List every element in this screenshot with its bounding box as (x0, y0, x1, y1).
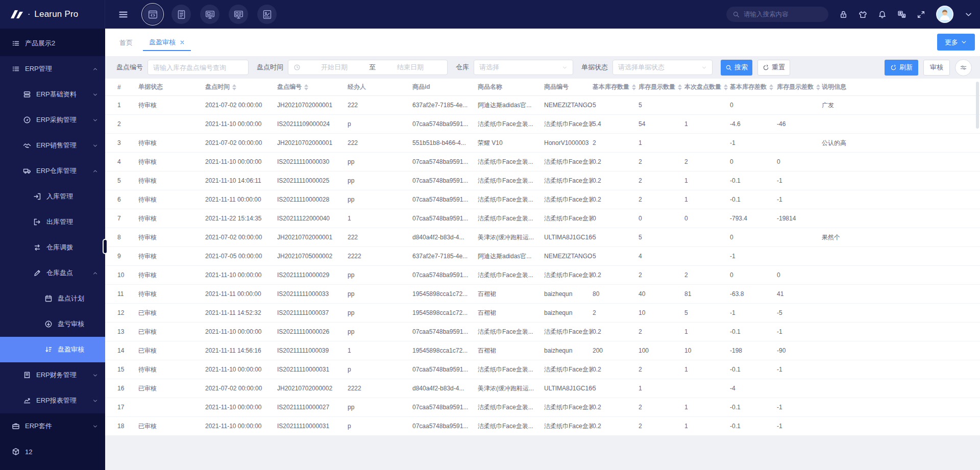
cell-商品id: 07caa5748ba9591... (412, 404, 478, 411)
cell-经办人: 222 (348, 234, 412, 241)
table-row-8[interactable]: 8待审核2021-07-02 00:00:00JH202107020000012… (105, 228, 980, 247)
table-row-2[interactable]: 22021-11-10 00:00:00IS20211109000024p07c… (105, 115, 980, 134)
table-row-13[interactable]: 13已审核2021-11-10 00:00:00IS20211110000026… (105, 323, 980, 341)
sidebar-item-12[interactable]: 盘亏审核 (0, 311, 105, 337)
avatar[interactable] (936, 6, 953, 23)
lock-icon[interactable] (839, 10, 848, 19)
column-header-11[interactable]: 本次盘点数量 (684, 83, 730, 91)
table-row-11[interactable]: 11待审核2021-11-11 00:00:00IS20211111000033… (105, 285, 980, 304)
cell-商品名称: 百褶裙 (478, 347, 544, 355)
close-icon[interactable] (180, 40, 185, 45)
app-board-icon[interactable] (227, 3, 250, 26)
theme-shirt-icon[interactable] (859, 10, 867, 19)
warehouse-select[interactable]: 请选择 (474, 60, 573, 75)
table-row-4[interactable]: 4待审核2021-11-10 00:00:00IS20211110000030p… (105, 153, 980, 171)
app-form-icon[interactable] (170, 3, 192, 26)
sort-caret-icon[interactable] (632, 84, 636, 90)
sort-caret-icon[interactable] (816, 84, 820, 90)
cell-基本库存差数: 0 (730, 158, 777, 165)
app-report-icon[interactable] (256, 3, 278, 26)
cell-本次盘点数量: 1 (684, 196, 730, 203)
table-actions: 刷新 审核 (885, 59, 980, 76)
audit-button[interactable]: 审核 (923, 60, 950, 76)
sidebar-item-10[interactable]: 仓库盘点 (0, 260, 105, 286)
translate-icon[interactable] (897, 10, 906, 19)
app-monitor-icon[interactable] (199, 3, 221, 26)
refresh-icon (890, 64, 897, 71)
table-row-6[interactable]: 6待审核2021-11-11 00:00:00IS20211110000028p… (105, 190, 980, 209)
sort-caret-icon[interactable] (678, 84, 682, 90)
table-row-7[interactable]: 7待审核2021-11-22 15:14:35IS202111220000401… (105, 209, 980, 228)
sidebar-item-8[interactable]: 出库管理 (0, 209, 105, 235)
app-code-window-icon[interactable] (141, 3, 164, 26)
sidebar-resize-handle[interactable] (103, 239, 108, 254)
cell-#: 18 (117, 423, 138, 430)
table-row-14[interactable]: 14已审核2021-11-11 14:56:16IS20211111000039… (105, 341, 980, 360)
cell-基本库存差数: -4.6 (730, 120, 777, 128)
sidebar-item-9[interactable]: 仓库调拨 (0, 235, 105, 260)
table-row-1[interactable]: 1待审核2021-07-02 00:00:00JH202107020000012… (105, 96, 980, 115)
sort-caret-icon[interactable] (724, 84, 728, 90)
table-row-10[interactable]: 10待审核2021-11-10 00:00:00IS20211110000029… (105, 266, 980, 285)
tab-home[interactable]: 首页 (119, 34, 133, 51)
reset-button[interactable]: 重置 (757, 60, 790, 76)
sidebar-item-1[interactable]: 产品展示2 (0, 31, 105, 56)
sidebar-item-7[interactable]: 入库管理 (0, 184, 105, 209)
cell-#: 11 (117, 290, 138, 298)
table-row-5[interactable]: 5待审核2021-11-10 14:06:11IS20211110000025p… (105, 171, 980, 190)
sidebar-item-5[interactable]: ERP销售管理 (0, 133, 105, 158)
column-header-12[interactable]: 基本库存差数 (730, 83, 777, 91)
tab-inventory-gain-audit[interactable]: 盘盈审核 (143, 34, 191, 51)
code-filter-input[interactable] (148, 60, 249, 75)
cell-商品编号: 洁柔纸巾Face盒装... (544, 403, 593, 412)
end-date-placeholder[interactable]: 结束日期 (379, 63, 442, 72)
column-header-4[interactable]: 盘点编号 (277, 83, 348, 91)
sidebar-item-16[interactable]: ERP套件 (0, 413, 105, 439)
column-header-13[interactable]: 库存显示差数 (777, 83, 822, 91)
cell-盘点编号: IS20211111000037 (277, 309, 348, 316)
sidebar-item-14[interactable]: ERP财务管理 (0, 362, 105, 388)
global-search-input[interactable]: 请输入搜索内容 (726, 7, 828, 22)
column-header-label: # (117, 84, 121, 91)
table-row-9[interactable]: 9待审核2021-07-05 00:00:00JH202107050000022… (105, 247, 980, 266)
sidebar-toggle-icon[interactable] (118, 10, 128, 19)
more-button[interactable]: 更多 (937, 34, 975, 51)
table-row-12[interactable]: 12已审核2021-11-11 14:52:32IS20211111000037… (105, 304, 980, 323)
cell-基本库存数量: 0.2 (593, 177, 639, 184)
column-header-10[interactable]: 库存显示数量 (639, 83, 684, 91)
refresh-button[interactable]: 刷新 (885, 60, 918, 76)
fullscreen-icon[interactable] (917, 10, 925, 19)
column-header-9[interactable]: 基本库存数量 (593, 83, 639, 91)
chevron-down-icon[interactable] (964, 10, 973, 19)
sidebar-item-3[interactable]: ERP基础资料 (0, 82, 105, 107)
table-row-17[interactable]: 172021-11-10 00:00:00IS20211110000027pp0… (105, 398, 980, 417)
sidebar-item-15[interactable]: ERP报表管理 (0, 388, 105, 413)
scrollbar-thumb[interactable] (976, 82, 979, 129)
cell-商品名称: 洁柔纸巾Face盒装... (478, 328, 544, 336)
table-row-15[interactable]: 15待审核2021-11-10 00:00:00IS20211110000031… (105, 360, 980, 379)
sort-caret-icon[interactable] (232, 84, 236, 90)
sidebar-item-11[interactable]: 盘点计划 (0, 286, 105, 311)
table-row-18[interactable]: 18已审核2021-11-10 00:00:00IS20211110000031… (105, 417, 980, 436)
circle-down-icon (44, 320, 53, 328)
start-date-placeholder[interactable]: 开始日期 (303, 63, 366, 72)
sidebar-item-17[interactable]: 12 (0, 439, 105, 464)
sidebar-item-2[interactable]: ERP管理 (0, 56, 105, 82)
sidebar-item-13[interactable]: 盘盈审核 (0, 337, 105, 362)
date-range-picker[interactable]: 开始日期 至 结束日期 (288, 60, 448, 75)
sort-caret-icon[interactable] (304, 84, 308, 90)
table-row-16[interactable]: 16已审核2021-07-02 00:00:00JH20210702000002… (105, 379, 980, 398)
cell-商品名称: 洁柔纸巾Face盒装... (478, 365, 544, 374)
search-button[interactable]: 搜索 (721, 60, 752, 76)
cell-商品编号: 洁柔纸巾Face盒装... (544, 328, 593, 336)
sidebar-item-6[interactable]: ERP仓库管理 (0, 158, 105, 184)
table-row-3[interactable]: 3待审核2021-07-02 00:00:00JH202107020000012… (105, 134, 980, 153)
status-select[interactable]: 请选择单据状态 (612, 60, 713, 75)
chevron-down-icon (562, 65, 568, 70)
column-header-3[interactable]: 盘点时间 (205, 83, 277, 91)
column-settings-button[interactable] (955, 59, 972, 76)
sort-caret-icon[interactable] (769, 84, 773, 90)
sidebar-item-label: 12 (25, 448, 32, 456)
bell-icon[interactable] (878, 10, 887, 19)
sidebar-item-4[interactable]: ERP采购管理 (0, 107, 105, 133)
